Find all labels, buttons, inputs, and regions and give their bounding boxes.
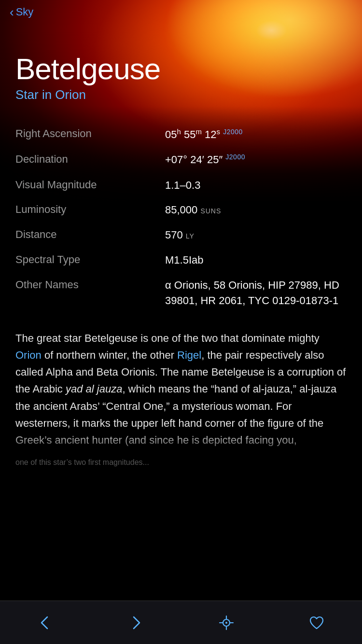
- table-row: Luminosity 85,000 SUNS: [15, 197, 347, 223]
- value-luminosity: 85,000 SUNS: [165, 202, 347, 218]
- next-icon: [127, 614, 144, 631]
- title-section: Betelgeuse Star in Orion: [0, 24, 362, 112]
- back-label: Sky: [16, 6, 34, 18]
- locate-button[interactable]: [208, 609, 245, 636]
- value-visual-magnitude: 1.1–0.3: [165, 178, 347, 193]
- prev-button[interactable]: [27, 609, 64, 636]
- label-spectral-type: Spectral Type: [15, 252, 165, 266]
- label-other-names: Other Names: [15, 278, 165, 291]
- data-table: Right Ascension 05h 55m 12s J2000 Declin…: [0, 112, 362, 318]
- value-spectral-type: M1.5Iab: [165, 252, 347, 268]
- star-subtitle: Star in Orion: [15, 87, 347, 102]
- table-row: Declination +07° 24′ 25″ J2000: [15, 147, 347, 172]
- back-button[interactable]: ‹ Sky: [10, 6, 33, 18]
- prev-icon: [37, 614, 54, 631]
- value-distance: 570 LY: [165, 227, 347, 243]
- label-distance: Distance: [15, 227, 165, 241]
- rigel-link[interactable]: Rigel: [177, 349, 201, 361]
- label-visual-magnitude: Visual Magnitude: [15, 178, 165, 191]
- orion-link[interactable]: Orion: [15, 349, 42, 361]
- star-name: Betelgeuse: [15, 53, 347, 84]
- nav-bar: ‹ Sky: [0, 0, 362, 24]
- back-chevron-icon: ‹: [10, 6, 14, 18]
- main-content: ‹ Sky Betelgeuse Star in Orion Right Asc…: [0, 0, 362, 515]
- value-right-ascension: 05h 55m 12s J2000: [165, 126, 347, 142]
- bottom-toolbar: [0, 601, 362, 644]
- favorite-button[interactable]: [298, 609, 335, 636]
- table-row: Distance 570 LY: [15, 223, 347, 248]
- bottom-hint: one of this star’s two first magnitudes.…: [0, 458, 362, 515]
- table-row: Right Ascension 05h 55m 12s J2000: [15, 122, 347, 147]
- table-row: Spectral Type M1.5Iab: [15, 248, 347, 273]
- svg-point-1: [225, 622, 227, 624]
- heart-icon: [308, 614, 325, 631]
- label-declination: Declination: [15, 152, 165, 166]
- value-other-names: α Orionis, 58 Orionis, HIP 27989, HD 398…: [165, 278, 347, 308]
- locate-icon: [218, 614, 235, 631]
- table-row: Visual Magnitude 1.1–0.3: [15, 173, 347, 198]
- value-declination: +07° 24′ 25″ J2000: [165, 152, 347, 168]
- description-text: The great star Betelgeuse is one of the …: [15, 330, 347, 448]
- next-button[interactable]: [117, 609, 154, 636]
- description-section: The great star Betelgeuse is one of the …: [0, 318, 362, 458]
- table-row: Other Names α Orionis, 58 Orionis, HIP 2…: [15, 273, 347, 313]
- label-luminosity: Luminosity: [15, 202, 165, 216]
- label-right-ascension: Right Ascension: [15, 126, 165, 140]
